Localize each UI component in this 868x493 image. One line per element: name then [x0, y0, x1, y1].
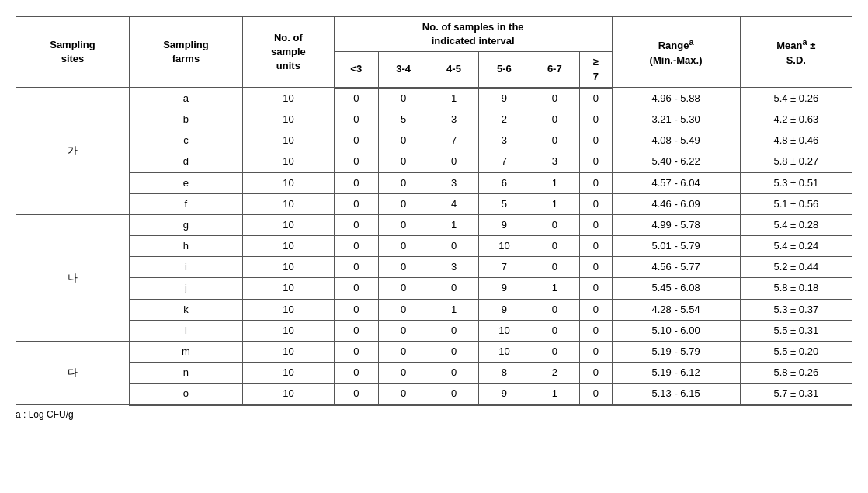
cell-34: 0: [378, 384, 429, 405]
cell-range: 4.96 - 5.88: [612, 88, 740, 109]
cell-mean: 4.2 ± 0.63: [740, 109, 852, 130]
cell-n: 10: [242, 236, 334, 257]
cell-34: 0: [378, 193, 429, 214]
cell-farm: m: [129, 342, 242, 363]
cell-lt3: 0: [334, 172, 378, 193]
cell-ge7: 0: [580, 236, 612, 257]
cell-ge7: 0: [580, 172, 612, 193]
cell-34: 0: [378, 236, 429, 257]
cell-range: 4.56 - 5.77: [612, 257, 740, 278]
cell-mean: 5.4 ± 0.24: [740, 236, 852, 257]
cell-mean: 5.8 ± 0.18: [740, 278, 852, 299]
cell-range: 5.19 - 5.79: [612, 342, 740, 363]
cell-mean: 5.1 ± 0.56: [740, 193, 852, 214]
cell-n: 10: [242, 151, 334, 172]
cell-farm: a: [129, 88, 242, 109]
cell-lt3: 0: [334, 257, 378, 278]
cell-45: 1: [429, 214, 479, 235]
cell-lt3: 0: [334, 278, 378, 299]
table-row: i100037004.56 - 5.775.2 ± 0.44: [16, 257, 852, 278]
cell-lt3: 0: [334, 193, 378, 214]
table-row: 다m1000010005.19 - 5.795.5 ± 0.20: [16, 342, 852, 363]
cell-farm: n: [129, 363, 242, 384]
cell-n: 10: [242, 299, 334, 320]
cell-45: 0: [429, 278, 479, 299]
cell-67: 3: [529, 151, 580, 172]
table-row: h1000010005.01 - 5.795.4 ± 0.24: [16, 236, 852, 257]
cell-ge7: 0: [580, 257, 612, 278]
cell-67: 0: [529, 88, 580, 109]
table-row: b100532003.21 - 5.304.2 ± 0.63: [16, 109, 852, 130]
cell-lt3: 0: [334, 236, 378, 257]
cell-farm: b: [129, 109, 242, 130]
cell-67: 1: [529, 278, 580, 299]
cell-56: 9: [479, 299, 529, 320]
cell-range: 4.99 - 5.78: [612, 214, 740, 235]
col-header-range: Rangea(Min.-Max.): [612, 16, 740, 88]
table-row: 나g100019004.99 - 5.785.4 ± 0.28: [16, 214, 852, 235]
cell-ge7: 0: [580, 320, 612, 341]
cell-45: 0: [429, 363, 479, 384]
cell-farm: h: [129, 236, 242, 257]
cell-56: 10: [479, 236, 529, 257]
cell-56: 9: [479, 214, 529, 235]
cell-n: 10: [242, 384, 334, 405]
col-header-ge7: ≥7: [580, 52, 612, 88]
cell-56: 10: [479, 342, 529, 363]
cell-site: 다: [16, 342, 130, 405]
cell-34: 0: [378, 363, 429, 384]
cell-n: 10: [242, 172, 334, 193]
cell-67: 1: [529, 172, 580, 193]
cell-34: 0: [378, 320, 429, 341]
cell-mean: 5.8 ± 0.26: [740, 363, 852, 384]
cell-range: 5.10 - 6.00: [612, 320, 740, 341]
col-header-67: 6-7: [529, 52, 580, 88]
cell-farm: i: [129, 257, 242, 278]
cell-lt3: 0: [334, 109, 378, 130]
table-row: e100036104.57 - 6.045.3 ± 0.51: [16, 172, 852, 193]
cell-n: 10: [242, 320, 334, 341]
table-row: o100009105.13 - 6.155.7 ± 0.31: [16, 384, 852, 405]
cell-34: 0: [378, 257, 429, 278]
cell-56: 7: [479, 151, 529, 172]
cell-ge7: 0: [580, 342, 612, 363]
col-header-lt3: <3: [334, 52, 378, 88]
cell-farm: j: [129, 278, 242, 299]
cell-67: 1: [529, 193, 580, 214]
cell-56: 10: [479, 320, 529, 341]
cell-45: 1: [429, 299, 479, 320]
table-row: d100007305.40 - 6.225.8 ± 0.27: [16, 151, 852, 172]
cell-range: 5.19 - 6.12: [612, 363, 740, 384]
cell-lt3: 0: [334, 299, 378, 320]
cell-site: 나: [16, 214, 130, 341]
cell-range: 5.13 - 6.15: [612, 384, 740, 405]
cell-mean: 5.4 ± 0.26: [740, 88, 852, 109]
cell-farm: o: [129, 384, 242, 405]
col-header-mean: Meana ±S.D.: [740, 16, 852, 88]
footnote: a : Log CFU/g: [16, 409, 852, 420]
cell-site: 가: [16, 88, 130, 215]
cell-56: 8: [479, 363, 529, 384]
cell-range: 5.40 - 6.22: [612, 151, 740, 172]
cell-n: 10: [242, 214, 334, 235]
cell-ge7: 0: [580, 214, 612, 235]
cell-range: 5.01 - 5.79: [612, 236, 740, 257]
col-header-56: 5-6: [479, 52, 529, 88]
col-header-units: No. ofsampleunits: [242, 16, 334, 88]
cell-mean: 5.7 ± 0.31: [740, 384, 852, 405]
cell-56: 5: [479, 193, 529, 214]
cell-34: 0: [378, 342, 429, 363]
cell-lt3: 0: [334, 214, 378, 235]
cell-range: 3.21 - 5.30: [612, 109, 740, 130]
cell-34: 0: [378, 130, 429, 151]
cell-56: 9: [479, 384, 529, 405]
table-row: 가a100019004.96 - 5.885.4 ± 0.26: [16, 88, 852, 109]
cell-56: 6: [479, 172, 529, 193]
cell-ge7: 0: [580, 130, 612, 151]
cell-34: 0: [378, 172, 429, 193]
col-header-farms: Samplingfarms: [129, 16, 242, 88]
cell-67: 0: [529, 109, 580, 130]
cell-45: 4: [429, 193, 479, 214]
cell-67: 0: [529, 214, 580, 235]
cell-n: 10: [242, 109, 334, 130]
